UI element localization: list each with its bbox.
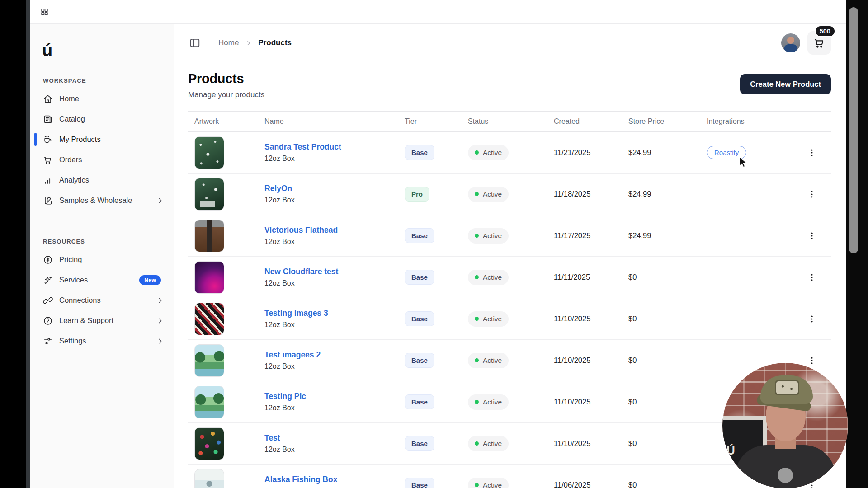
status-dot	[475, 400, 479, 404]
product-artwork[interactable]	[194, 303, 224, 335]
sidebar-item-settings[interactable]: Settings	[30, 331, 174, 351]
kebab-icon	[807, 190, 816, 199]
product-artwork[interactable]	[194, 220, 224, 252]
product-artwork[interactable]	[194, 261, 224, 294]
kebab-icon	[807, 314, 816, 324]
sidebar-item-orders[interactable]: Orders	[30, 150, 174, 170]
row-menu-button[interactable]	[804, 228, 820, 244]
status-label: Active	[483, 149, 502, 157]
created-date: 11/10/2025	[554, 356, 628, 365]
product-artwork[interactable]	[194, 427, 224, 460]
sidebar-item-icon	[43, 255, 53, 265]
status-dot	[475, 150, 479, 155]
row-menu-button[interactable]	[804, 186, 820, 202]
status-badge: Active	[468, 145, 509, 160]
store-price: $0	[628, 481, 707, 488]
status-dot	[475, 275, 479, 279]
sidebar-item-connections[interactable]: Connections	[30, 290, 174, 310]
sidebar-item-icon	[43, 94, 53, 104]
webcam-overlay: Ú	[722, 363, 848, 488]
brand-logo[interactable]: ú	[42, 41, 174, 60]
sidebar-item-learn-support[interactable]: Learn & Support	[30, 310, 174, 331]
product-name-link[interactable]: Test imagees 2	[264, 350, 405, 360]
table-row: Sandra Test Product 12oz Box Base Active…	[188, 132, 831, 174]
product-name-link[interactable]: Testing images 3	[264, 309, 405, 318]
sidebar-item-my-products[interactable]: My Products	[30, 129, 174, 150]
active-indicator	[34, 133, 37, 146]
store-price: $0	[628, 273, 707, 282]
product-artwork[interactable]	[194, 344, 224, 377]
status-label: Active	[483, 232, 502, 240]
breadcrumb: Home Products 500	[188, 24, 831, 61]
breadcrumb-home[interactable]: Home	[218, 38, 239, 47]
table-header-row: Artwork Name Tier Status Created Store P…	[188, 112, 831, 132]
sidebar-item-icon	[43, 155, 53, 165]
workspace-nav: Home Catalog My Products Orders	[30, 89, 174, 211]
sidebar-item-home[interactable]: Home	[30, 89, 174, 109]
tier-badge: Base	[405, 311, 434, 326]
cart-button[interactable]: 500	[807, 31, 831, 55]
sidebar-item-label: My Products	[59, 135, 164, 144]
sidebar-item-icon	[43, 336, 53, 346]
product-artwork[interactable]	[194, 469, 224, 488]
chevron-right-icon	[156, 317, 164, 324]
sidebar-item-label: Learn & Support	[59, 316, 156, 325]
col-status: Status	[468, 117, 554, 126]
breadcrumb-current: Products	[258, 38, 292, 47]
tier-badge: Base	[405, 353, 434, 368]
sidebar-item-label: Connections	[59, 296, 156, 305]
product-artwork[interactable]	[194, 136, 224, 169]
app-grid-icon[interactable]	[37, 4, 52, 19]
status-badge: Active	[468, 353, 509, 368]
user-avatar[interactable]	[781, 33, 800, 52]
tier-badge: Pro	[405, 187, 429, 202]
sidebar-item-samples-wholesale[interactable]: Samples & Wholesale	[30, 190, 174, 211]
create-new-product-button[interactable]: Create New Product	[740, 74, 831, 94]
product-name-link[interactable]: Test	[264, 433, 405, 443]
store-price: $0	[628, 356, 707, 365]
status-label: Active	[483, 315, 502, 323]
row-menu-button[interactable]	[804, 269, 820, 286]
cart-count-badge: 500	[815, 25, 835, 37]
status-dot	[475, 483, 479, 487]
col-integrations: Integrations	[707, 117, 799, 126]
product-name-link[interactable]: Alaska Fishing Box	[264, 475, 405, 484]
sidebar-toggle-icon[interactable]	[188, 36, 202, 50]
sidebar-item-label: Pricing	[59, 255, 164, 264]
kebab-icon	[807, 356, 816, 365]
product-name-link[interactable]: RelyOn	[264, 184, 405, 193]
resources-section-label: RESOURCES	[43, 238, 174, 245]
status-badge: Active	[468, 187, 509, 202]
sidebar-item-label: Samples & Wholesale	[59, 196, 156, 205]
chevron-right-icon	[156, 197, 164, 204]
sidebar-item-icon	[43, 296, 53, 305]
product-name-link[interactable]: Victorious Flathead	[264, 225, 405, 235]
store-price: $24.99	[628, 190, 707, 198]
sidebar-item-analytics[interactable]: Analytics	[30, 170, 174, 190]
sidebar-item-services[interactable]: Services New	[30, 270, 174, 290]
created-date: 11/10/2025	[554, 439, 628, 448]
product-artwork[interactable]	[194, 178, 224, 211]
store-price: $0	[628, 439, 707, 448]
status-dot	[475, 358, 479, 362]
product-name-link[interactable]: New Cloudflare test	[264, 267, 405, 277]
product-name-link[interactable]: Sandra Test Product	[264, 142, 405, 152]
product-variant: 12oz Box	[264, 404, 405, 412]
col-store-price: Store Price	[628, 117, 707, 126]
status-badge: Active	[468, 436, 509, 451]
row-menu-button[interactable]	[804, 311, 820, 327]
sidebar-item-catalog[interactable]: Catalog	[30, 109, 174, 129]
sidebar-item-label: Settings	[59, 337, 156, 345]
sidebar-item-icon	[43, 135, 53, 145]
sidebar-item-label: Catalog	[59, 115, 164, 123]
page-subtitle: Manage your products	[188, 90, 264, 99]
scrollbar-thumb[interactable]	[849, 7, 858, 253]
product-artwork[interactable]	[194, 386, 224, 418]
kebab-icon	[807, 148, 816, 157]
window-edge-bar	[26, 0, 30, 488]
row-menu-button[interactable]	[804, 145, 820, 161]
sidebar-item-label: Orders	[59, 155, 164, 164]
sidebar-item-pricing[interactable]: Pricing	[30, 249, 174, 270]
product-name-link[interactable]: Testing Pic	[264, 392, 405, 401]
product-variant: 12oz Box	[264, 279, 405, 287]
